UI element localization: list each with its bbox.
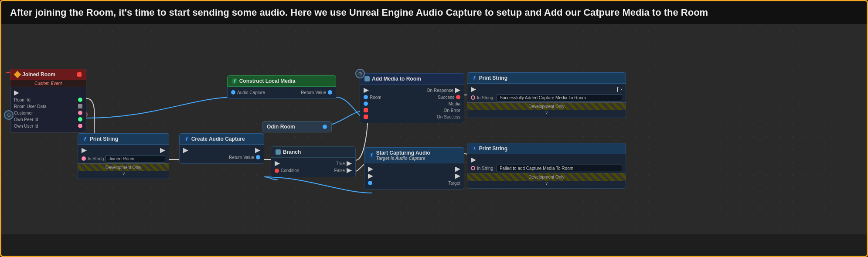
start-capturing-body: Target	[364, 163, 464, 189]
own-user-id-label: Own User Id	[14, 124, 38, 128]
room-id-pin	[78, 98, 82, 102]
sc-exec2-row	[364, 173, 464, 180]
branch-condition-pin	[275, 169, 279, 173]
left-clock-icon: ◷	[4, 110, 14, 120]
print-success-header: f Print String	[467, 72, 626, 84]
am-media-pin	[364, 101, 368, 106]
am-onerror-row: On Error	[360, 107, 464, 114]
branch-condition-left: Condition	[275, 168, 299, 173]
create-audio-node: f Create Audio Capture Return Value	[179, 133, 264, 164]
cl-return-pin	[328, 90, 332, 95]
add-media-body: On Response Room Success	[360, 85, 464, 123]
canvas-area[interactable]: Joined Room Custom Event Room Id Room Us…	[1, 25, 867, 234]
wire-layer	[1, 25, 867, 234]
odin-room-title: Odin Room	[267, 124, 295, 130]
f-icon-print1: f	[82, 136, 88, 142]
add-media-icon	[364, 76, 370, 81]
ps-instring-row: In String Successfully Added Capture Med…	[467, 93, 626, 102]
am-onresponse-pin	[455, 88, 460, 93]
add-media-header-wrap: ◷ Add Media to Room	[360, 73, 464, 85]
cl-return-label: Return Value	[301, 90, 326, 95]
branch-false-label: False	[334, 168, 345, 173]
print-string-1-header: f Print String	[78, 133, 169, 145]
ps1-instring-value: Joined Room	[106, 155, 165, 162]
print-string-1-title: Print String	[90, 136, 118, 142]
am-success-label: Success	[438, 95, 454, 100]
clock-icon: ◷	[355, 69, 365, 78]
print-success-title: Print String	[479, 75, 507, 81]
ca-return-pin	[256, 155, 260, 159]
print-fail-node: f Print String In String Failed to add C…	[467, 143, 626, 189]
joined-room-body: Room Id Room User Data Customer Own Peer…	[10, 87, 86, 132]
branch-true-label: True	[336, 161, 345, 166]
header-text: After joining the Room, it's time to sta…	[10, 7, 858, 19]
f-icon-audio: f	[184, 136, 189, 142]
customer-label: Customer	[14, 111, 33, 115]
am-onresponse-side: On Response	[427, 88, 460, 93]
am-room-row: Room Success	[360, 94, 464, 101]
pf-instring-pin	[471, 166, 475, 170]
am-success-side: Success	[438, 95, 460, 100]
start-capturing-node: f Start Capturing Audio Target is Audio …	[364, 147, 464, 189]
ps-dev-only: Development Only	[467, 102, 626, 110]
cl-audio-left: Audio Capture	[231, 90, 265, 95]
am-room-left: Room	[364, 95, 381, 100]
pf-exec-row	[467, 157, 626, 164]
diamond-icon	[14, 71, 21, 78]
odin-room-pin	[323, 125, 327, 129]
sc-target-pin	[368, 181, 372, 185]
joined-room-node: Joined Room Custom Event Room Id Room Us…	[10, 69, 86, 132]
ps-instring-pin	[471, 95, 475, 100]
am-onsuccess-pin	[364, 115, 368, 119]
construct-local-header: f Construct Local Media	[227, 75, 336, 87]
sc-target-label: Target	[448, 181, 460, 186]
cl-audio-pin	[231, 90, 235, 95]
ps1-exec-row	[78, 147, 169, 154]
ps1-instring-row: In String Joined Room	[78, 154, 169, 163]
f-icon-construct: f	[232, 78, 237, 84]
own-user-id-row: Own User Id	[10, 123, 86, 129]
pf-dev-only: Development Only	[467, 173, 626, 181]
am-onerror-pin	[364, 108, 368, 112]
print-success-node: f Print String In String Successfully Ad…	[467, 72, 626, 118]
branch-icon	[276, 149, 281, 155]
header-bar: After joining the Room, it's time to sta…	[1, 1, 867, 25]
f-icon-success: f	[472, 75, 477, 81]
room-id-row: Room Id	[10, 97, 86, 103]
branch-false-pin	[347, 168, 352, 173]
branch-condition-label: Condition	[281, 168, 299, 173]
sc-target-row: Target	[364, 180, 464, 186]
add-media-header: Add Media to Room	[360, 73, 464, 85]
ps-chevron: ∨	[467, 110, 626, 115]
ca-return-row: Return Value	[180, 154, 264, 161]
branch-header: Branch	[271, 146, 356, 158]
room-user-data-label: Room User Data	[14, 104, 46, 109]
sc-exec-out	[455, 167, 460, 172]
branch-body: True Condition False	[271, 158, 356, 177]
ca-return-label: Return Value	[229, 155, 254, 160]
branch-condition-row: Condition False	[271, 167, 355, 174]
ps1-dev-only: Development Only	[78, 163, 169, 171]
cl-audio-label: Audio Capture	[237, 90, 265, 95]
start-capturing-header: f Start Capturing Audio Target is Audio …	[364, 147, 464, 163]
cl-pins-row: Audio Capture Return Value	[228, 89, 336, 96]
main-container: After joining the Room, it's time to sta…	[0, 0, 868, 257]
construct-local-title: Construct Local Media	[239, 78, 296, 84]
room-user-data-pin	[78, 104, 82, 108]
am-onsuccess-label: On Success	[437, 115, 460, 119]
add-media-node: ◷ Add Media to Room On Response	[360, 73, 464, 123]
odin-room-node: Odin Room	[262, 121, 332, 132]
print-fail-header: f Print String	[467, 143, 626, 154]
create-audio-header: f Create Audio Capture	[179, 133, 264, 145]
ps-instring-value: Successfully Added Capture Media To Room	[497, 94, 622, 101]
joined-room-title: Joined Room	[22, 71, 55, 78]
exec-out-pin	[14, 91, 19, 96]
construct-local-node: f Construct Local Media Audio Capture Re…	[227, 75, 336, 99]
branch-true-pin	[347, 161, 352, 166]
branch-exec-row: True	[271, 160, 355, 167]
create-audio-body: Return Value	[179, 145, 264, 164]
print-string-1-body: In String Joined Room Development Only ∨	[78, 145, 169, 179]
ca-exec-row	[180, 147, 264, 154]
am-onerror-label: On Error	[444, 108, 460, 113]
sc-exec-row	[364, 166, 464, 173]
